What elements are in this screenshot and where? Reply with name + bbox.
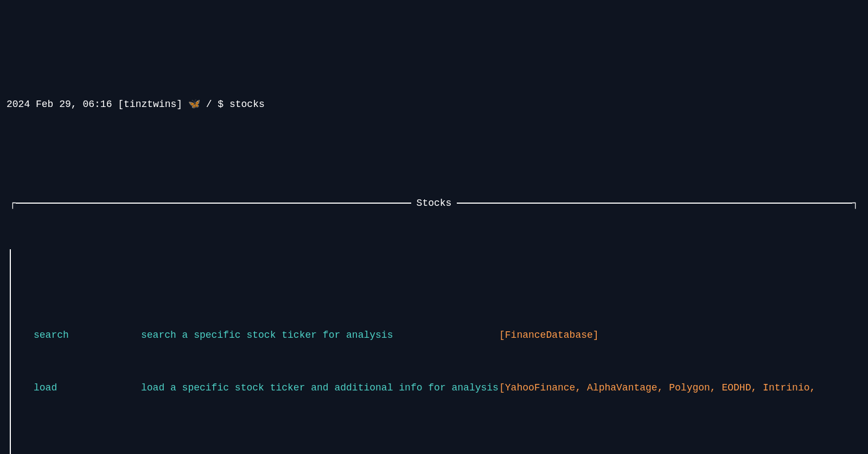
butterfly-icon: 🦋: [188, 99, 200, 110]
cmd-source: [FinanceDatabase]: [499, 329, 599, 342]
cmd-desc: load a specific stock ticker and additio…: [141, 381, 499, 394]
box-body: searchsearch a specific stock ticker for…: [10, 249, 858, 454]
prompt-line[interactable]: 2024 Feb 29, 06:16 [tinztwins] 🦋 / $ sto…: [5, 98, 863, 117]
corner-tl: ┌: [10, 197, 16, 210]
box-top-border: ┌ Stocks ┐: [10, 197, 858, 210]
cmd-row-search[interactable]: searchsearch a specific stock ticker for…: [11, 329, 858, 342]
prompt-date: 2024 Feb 29, 06:16: [7, 99, 112, 110]
box-title: Stocks: [411, 197, 457, 210]
prompt-dollar: $: [218, 99, 224, 110]
stocks-panel: ┌ Stocks ┐ searchsearch a specific stock…: [10, 157, 858, 454]
corner-tr: ┐: [852, 197, 858, 210]
prompt-path: /: [206, 99, 212, 110]
cmd-name: load: [34, 381, 141, 394]
terminal-root: 2024 Feb 29, 06:16 [tinztwins] 🦋 / $ sto…: [0, 53, 868, 454]
cmd-desc: search a specific stock ticker for analy…: [141, 329, 499, 342]
prompt-user: [tinztwins]: [118, 99, 182, 110]
cmd-row-load[interactable]: loadload a specific stock ticker and add…: [11, 381, 858, 394]
cmd-name: search: [34, 329, 141, 342]
prompt-command: stocks: [229, 99, 265, 110]
cmd-source: [YahooFinance, AlphaVantage, Polygon, EO…: [499, 381, 815, 394]
